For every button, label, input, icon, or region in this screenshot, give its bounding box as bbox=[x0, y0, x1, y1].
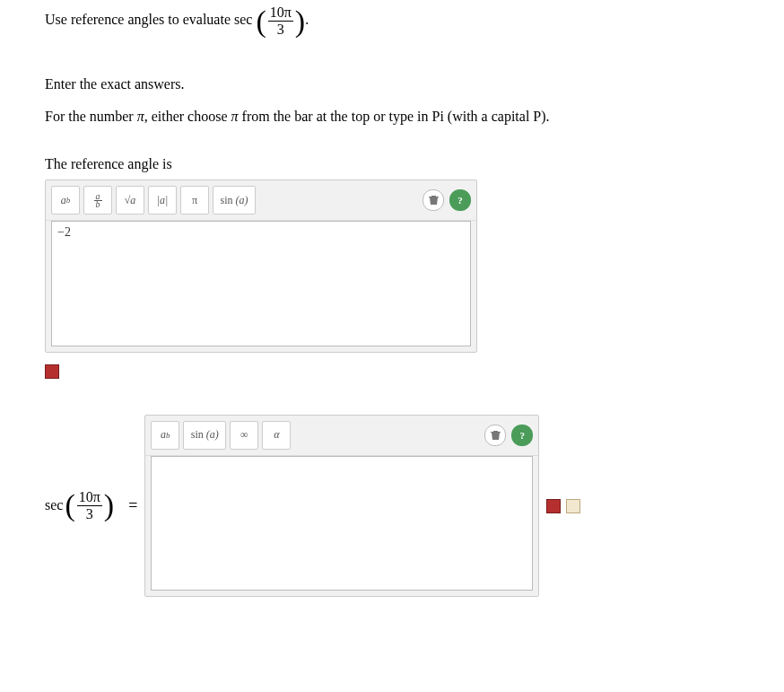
tool-power-2[interactable]: ab bbox=[151, 421, 179, 450]
tool-pi[interactable]: π bbox=[180, 186, 209, 215]
reference-angle-input[interactable]: −2 bbox=[51, 221, 471, 346]
trash-icon[interactable] bbox=[422, 189, 444, 211]
sec-expression-label: sec (10π3) bbox=[45, 490, 114, 521]
instruction-pi: For the number π, either choose π from t… bbox=[45, 105, 748, 128]
help-icon[interactable]: ? bbox=[449, 189, 471, 211]
instruction-exact: Enter the exact answers. bbox=[45, 73, 748, 96]
prompt-fraction: 10π3 bbox=[266, 5, 295, 37]
editor1-toolbar: ab ab √a |a| π sin (a) ? bbox=[46, 180, 476, 221]
reference-angle-label: The reference angle is bbox=[45, 156, 748, 172]
prompt-lead: Use reference angles to evaluate sec bbox=[45, 12, 252, 27]
editor2-toolbar: ab sin (a) ∞ α ? bbox=[145, 416, 538, 456]
tool-sqrt[interactable]: √a bbox=[116, 186, 144, 215]
tool-abs[interactable]: |a| bbox=[148, 186, 177, 215]
tool-alpha[interactable]: α bbox=[262, 421, 291, 450]
incorrect-icon-2 bbox=[546, 499, 561, 513]
tool-power[interactable]: ab bbox=[51, 186, 80, 215]
math-editor-sec-value: ab sin (a) ∞ α ? bbox=[144, 415, 539, 597]
incorrect-icon bbox=[45, 364, 59, 379]
tool-fraction[interactable]: ab bbox=[83, 186, 112, 215]
help-icon-2[interactable]: ? bbox=[511, 425, 533, 446]
question-prompt: Use reference angles to evaluate sec (10… bbox=[45, 5, 748, 37]
equals-sign: = bbox=[128, 496, 137, 515]
math-editor-reference-angle: ab ab √a |a| π sin (a) ? −2 bbox=[45, 180, 477, 353]
note-icon bbox=[566, 499, 580, 513]
trash-icon-2[interactable] bbox=[484, 425, 506, 446]
status-icons bbox=[546, 497, 580, 513]
sec-value-input[interactable] bbox=[151, 456, 533, 591]
tool-infinity[interactable]: ∞ bbox=[230, 421, 258, 450]
tool-sin-2[interactable]: sin (a) bbox=[183, 421, 226, 450]
tool-sin[interactable]: sin (a) bbox=[213, 186, 256, 215]
